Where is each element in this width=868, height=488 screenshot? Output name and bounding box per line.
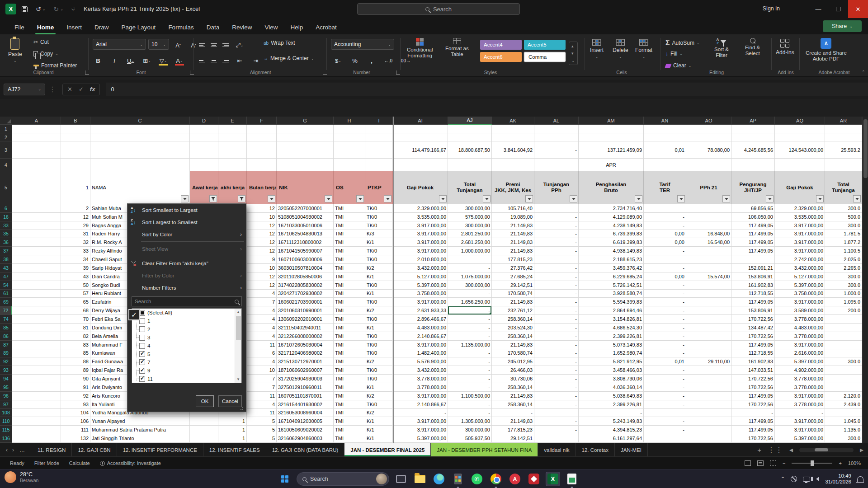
cell-AI89[interactable]: 1.482.400,00 <box>393 349 448 358</box>
filter-dropdown-button-AO[interactable] <box>722 195 730 202</box>
conditional-formatting-button[interactable]: Conditional Formatting <box>407 38 433 59</box>
cell-A37[interactable] <box>12 247 61 255</box>
sheet-tab-12-coretax[interactable]: 12. Coretax <box>576 443 615 456</box>
tray-expand-icon[interactable]: ⌃ <box>780 476 785 482</box>
cell-AO16[interactable] <box>686 213 731 221</box>
cell-AK92[interactable]: 245.012,95 <box>492 357 534 366</box>
zoom-in-button[interactable]: + <box>839 460 841 466</box>
cell-AN36[interactable]: 0,00 <box>644 238 686 247</box>
cell-AP61[interactable]: 112.718,55 <box>731 290 775 298</box>
cell-F47[interactable]: 12 <box>247 272 277 281</box>
format-as-table-button[interactable]: Format as Table <box>445 38 469 57</box>
cell-AN89[interactable]: - <box>644 349 686 358</box>
cell-G69[interactable]: 1606021703900001 <box>277 298 334 306</box>
cell-A93[interactable] <box>12 366 61 375</box>
paste-button[interactable]: Paste⌄ <box>8 38 22 63</box>
cell-AJ92[interactable]: - <box>448 357 492 366</box>
cell-AJ110[interactable]: 1.305.000,00 <box>448 417 492 426</box>
display-icon[interactable] <box>803 477 810 482</box>
row-header-37[interactable]: 37 <box>0 247 12 255</box>
delete-cells-button[interactable]: Delete⌄ <box>613 39 628 59</box>
cell-AQ92[interactable]: 5.397.000,00 <box>775 357 825 366</box>
cell-AJ96[interactable]: 1.100.500,00 <box>448 392 492 400</box>
cell-C[interactable] <box>90 133 190 141</box>
cell-G110[interactable]: 1671040912030005 <box>277 417 334 426</box>
cell-D[interactable] <box>190 133 218 141</box>
cell-AP110[interactable]: 117.499,05 <box>731 417 775 426</box>
zoom-slider-thumb[interactable] <box>811 460 814 466</box>
cell-I69[interactable]: TK/0 <box>365 298 393 306</box>
cell-AR72[interactable]: 200.0 <box>825 306 862 315</box>
create-pdf-button[interactable]: ACreate and Share Adobe PDF <box>806 38 847 62</box>
cell-AQ96[interactable]: 3.917.000,00 <box>775 392 825 400</box>
cell-AK115[interactable]: 177.815,23 <box>492 426 534 434</box>
cell-AN6[interactable]: - <box>644 204 686 213</box>
cell-AJ69[interactable]: 1.656.250,00 <box>448 298 492 306</box>
cell-AL6[interactable]: - <box>534 204 579 213</box>
cell-AR47[interactable]: 300.0 <box>825 272 862 281</box>
accounting-format-button[interactable]: $ ⌄ <box>333 55 344 66</box>
cell-AM108[interactable]: - <box>579 409 644 418</box>
cell-AO94[interactable] <box>686 375 731 383</box>
row-header-74[interactable]: 74 <box>0 315 12 324</box>
maximize-button[interactable] <box>828 0 848 18</box>
cell-G94[interactable]: 3172025904930003 <box>277 375 334 383</box>
cell-H16[interactable]: TMI <box>334 213 365 221</box>
row-header-1[interactable]: 1 <box>0 125 12 133</box>
row-header-95[interactable]: 95 <box>0 383 12 392</box>
cell-AI[interactable] <box>393 159 448 171</box>
cell-AM[interactable] <box>579 133 644 141</box>
cell-AR[interactable] <box>825 125 862 133</box>
cell-AL85[interactable]: - <box>534 324 579 332</box>
column-header-B[interactable]: B <box>61 117 90 125</box>
filter-dropdown-button-G[interactable] <box>325 195 332 202</box>
row-header-3[interactable]: 3 <box>0 141 12 159</box>
cell-I94[interactable]: TK/0 <box>365 375 393 383</box>
cell-H97[interactable]: TMI <box>334 400 365 409</box>
cell-AO89[interactable] <box>686 349 731 358</box>
cell-D[interactable] <box>190 125 218 133</box>
cell-AM86[interactable]: 2.399.226,81 <box>579 332 644 341</box>
cell-AQ115[interactable]: 3.917.000,00 <box>775 426 825 434</box>
cell-AN115[interactable]: - <box>644 426 686 434</box>
sheet-tab-validasi-nik[interactable]: validasi nik <box>538 443 576 456</box>
cell-C110[interactable]: Yunan Alpayed <box>90 417 190 426</box>
cell-B74[interactable]: 70 <box>61 315 90 324</box>
cell-AQ97[interactable]: 3.778.000,00 <box>775 400 825 409</box>
styles-gallery-scroll[interactable]: ▴▾⌄ <box>569 42 578 65</box>
cell-AP35[interactable]: 117.499,05 <box>731 230 775 239</box>
cell-AP92[interactable]: 161.902,83 <box>731 357 775 366</box>
column-header-AK[interactable]: AK <box>492 117 534 125</box>
cell-AQ86[interactable]: 3.778.000,00 <box>775 332 825 341</box>
confirm-entry-button[interactable]: ✓ <box>79 86 84 93</box>
cell-H92[interactable]: TMI <box>334 357 365 366</box>
number-format-select[interactable]: Accounting⌄ <box>331 39 394 50</box>
hscroll-right-icon[interactable]: ▸ <box>860 446 863 454</box>
close-button[interactable]: ✕ <box>848 0 868 18</box>
cell-AJ[interactable] <box>448 133 492 141</box>
cell-B94[interactable]: 90 <box>61 375 90 383</box>
cell-AP72[interactable]: 153.806,91 <box>731 306 775 315</box>
cell-AK[interactable] <box>492 125 534 133</box>
cell-AI97[interactable]: 2.140.866,67 <box>393 400 448 409</box>
cell-AR43[interactable]: 2.265.0 <box>825 264 862 272</box>
tab-splitter[interactable]: ⋮⋮ <box>768 446 783 454</box>
column-header-AO[interactable]: AO <box>686 117 731 125</box>
cell-AN94[interactable]: - <box>644 375 686 383</box>
cell-G92[interactable]: 3215130712970001 <box>277 357 334 366</box>
cell-I96[interactable]: K/2 <box>365 392 393 400</box>
cell-F35[interactable]: 12 <box>247 230 277 239</box>
cell-G6[interactable]: 3205052207000001 <box>277 204 334 213</box>
cell-AP94[interactable]: 170.722,56 <box>731 375 775 383</box>
cell-G74[interactable]: 1306092202010001 <box>277 315 334 324</box>
filter-dropdown-button-AR[interactable] <box>853 195 861 202</box>
row-header-47[interactable]: 47 <box>0 272 12 281</box>
cell-AR96[interactable]: 2.120.0 <box>825 392 862 400</box>
row-header-136[interactable]: 136 <box>0 434 12 443</box>
checkbox-2[interactable] <box>139 326 145 332</box>
checkbox-(select all)[interactable] <box>139 310 145 316</box>
cell-AI[interactable]: Gaji Pokok <box>393 171 448 204</box>
cell-AK69[interactable]: 21.149,83 <box>492 298 534 306</box>
increase-font-button[interactable]: Aˆ <box>173 40 184 51</box>
find-select-button[interactable]: Find & Select <box>745 38 760 56</box>
